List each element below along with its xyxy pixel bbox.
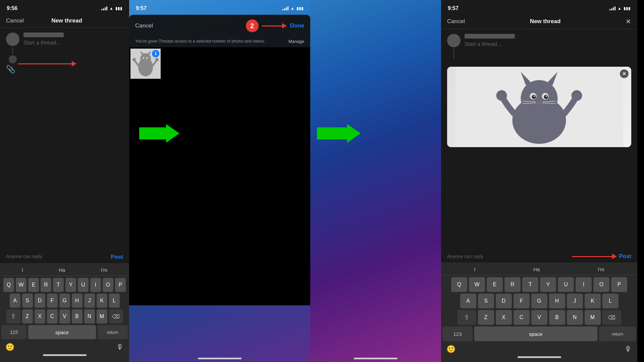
key-l-4[interactable]: L	[602, 294, 619, 308]
key-r-4[interactable]: R	[504, 277, 521, 292]
key-r-1[interactable]: R	[41, 278, 51, 292]
key-g-1[interactable]: G	[59, 294, 70, 308]
battery-icon-2: ▮▮▮	[297, 6, 304, 11]
picker-black-area	[129, 87, 310, 305]
suggestion-im-4[interactable]: I'm	[598, 266, 604, 272]
key-z-4[interactable]: Z	[478, 310, 494, 325]
key-p-4[interactable]: P	[611, 277, 627, 292]
key-v-4[interactable]: V	[531, 310, 547, 325]
key-m-1[interactable]: M	[97, 309, 107, 323]
picker-step-row: 2 Done	[246, 19, 305, 32]
key-c-1[interactable]: C	[47, 309, 58, 323]
suggestion-im-1[interactable]: I'm	[101, 267, 107, 273]
key-h-4[interactable]: H	[549, 294, 565, 308]
key-m-4[interactable]: M	[585, 310, 601, 325]
key-shift-4[interactable]: ⇧	[458, 310, 476, 325]
picker-thumb-cat[interactable]: 1 1	[130, 49, 161, 79]
picker-grid: 1 1	[129, 47, 310, 87]
key-a-1[interactable]: A	[10, 294, 20, 308]
key-q-4[interactable]: Q	[451, 277, 467, 292]
key-i-4[interactable]: I	[576, 277, 592, 292]
key-e-1[interactable]: E	[28, 278, 39, 292]
key-b-4[interactable]: B	[549, 310, 565, 325]
manage-button[interactable]: Manage	[288, 39, 304, 44]
signal-icon-1	[101, 6, 107, 10]
avatar-1	[6, 33, 19, 46]
key-h-1[interactable]: H	[72, 294, 83, 308]
key-s-1[interactable]: S	[22, 294, 33, 308]
key-y-1[interactable]: Y	[65, 278, 76, 292]
key-return-4[interactable]: return	[599, 326, 636, 341]
status-icons-4: ▲ ▮▮▮	[609, 6, 631, 11]
status-time-1: 9:56	[7, 5, 17, 11]
home-indicator-4	[518, 356, 561, 358]
key-backspace-1[interactable]: ⌫	[109, 309, 123, 323]
key-space-1[interactable]: space	[28, 325, 96, 339]
close-image-button[interactable]: ✕	[620, 69, 629, 78]
key-l-1[interactable]: L	[109, 294, 120, 308]
compose-placeholder-1[interactable]: Start a thread...	[23, 40, 60, 46]
post-button-4[interactable]: Post	[619, 253, 631, 260]
key-p-1[interactable]: P	[115, 278, 126, 292]
key-row-4-1: 123 space return	[1, 325, 128, 339]
key-c-4[interactable]: C	[514, 310, 530, 325]
picker-cancel[interactable]: Cancel	[135, 22, 153, 29]
attach-row-1: 📎	[6, 60, 15, 74]
cancel-button-4[interactable]: Cancel	[447, 18, 465, 25]
suggestion-ha-1[interactable]: Ha	[59, 267, 65, 273]
key-123-4[interactable]: 123	[442, 326, 473, 341]
key-k-1[interactable]: K	[97, 294, 107, 308]
key-q-1[interactable]: Q	[3, 278, 14, 292]
key-b-1[interactable]: B	[72, 309, 83, 323]
key-return-1[interactable]: return	[98, 325, 128, 339]
key-w-1[interactable]: W	[16, 278, 26, 292]
key-i-1[interactable]: I	[90, 278, 101, 292]
key-t-1[interactable]: T	[53, 278, 64, 292]
key-e-4[interactable]: E	[487, 277, 503, 292]
key-s-4[interactable]: S	[478, 294, 494, 308]
key-x-4[interactable]: X	[496, 310, 512, 325]
key-v-1[interactable]: V	[59, 309, 70, 323]
picker-done[interactable]: Done	[290, 22, 305, 29]
status-time-2: 9:57	[136, 5, 147, 11]
post-button-1[interactable]: Post	[111, 254, 123, 260]
key-row-2-4: A S D F G H J K L	[442, 294, 636, 308]
key-t-4[interactable]: T	[522, 277, 538, 292]
key-o-4[interactable]: O	[593, 277, 609, 292]
key-123-1[interactable]: 123	[1, 325, 26, 339]
key-u-4[interactable]: U	[558, 277, 574, 292]
key-k-4[interactable]: K	[585, 294, 601, 308]
wifi-icon-2: ▲	[290, 6, 294, 11]
suggestion-i-4[interactable]: I	[474, 266, 475, 272]
key-j-1[interactable]: J	[84, 294, 95, 308]
suggestion-i-1[interactable]: I	[22, 267, 23, 273]
mic-button-1[interactable]: 🎙	[116, 343, 124, 352]
key-space-4[interactable]: space	[474, 326, 597, 341]
key-x-1[interactable]: X	[35, 309, 45, 323]
key-d-4[interactable]: D	[496, 294, 512, 308]
compose-placeholder-4[interactable]: Start a thread...	[465, 41, 501, 47]
key-y-4[interactable]: Y	[540, 277, 556, 292]
key-d-1[interactable]: D	[35, 294, 45, 308]
key-u-1[interactable]: U	[78, 278, 89, 292]
key-w-4[interactable]: W	[469, 277, 485, 292]
mic-button-4[interactable]: 🎙	[625, 345, 632, 354]
key-f-4[interactable]: F	[514, 294, 530, 308]
suggestion-ha-4[interactable]: Ha	[533, 266, 540, 272]
keyboard-bottom-4: 🙂 🎙	[442, 343, 636, 354]
key-g-4[interactable]: G	[531, 294, 547, 308]
key-n-1[interactable]: N	[84, 309, 95, 323]
attach-icon-1[interactable]: 📎	[6, 65, 15, 74]
key-o-1[interactable]: O	[103, 278, 113, 292]
key-z-1[interactable]: Z	[22, 309, 33, 323]
emoji-button-1[interactable]: 🙂	[5, 343, 14, 352]
cancel-button-1[interactable]: Cancel	[6, 17, 24, 24]
key-j-4[interactable]: J	[567, 294, 583, 308]
close-button-4[interactable]: ✕	[626, 17, 631, 25]
key-shift-1[interactable]: ⇧	[6, 309, 20, 323]
key-f-1[interactable]: F	[47, 294, 58, 308]
key-n-4[interactable]: N	[567, 310, 583, 325]
emoji-button-4[interactable]: 🙂	[446, 345, 455, 354]
key-a-4[interactable]: A	[460, 294, 476, 308]
key-backspace-4[interactable]: ⌫	[602, 310, 621, 325]
